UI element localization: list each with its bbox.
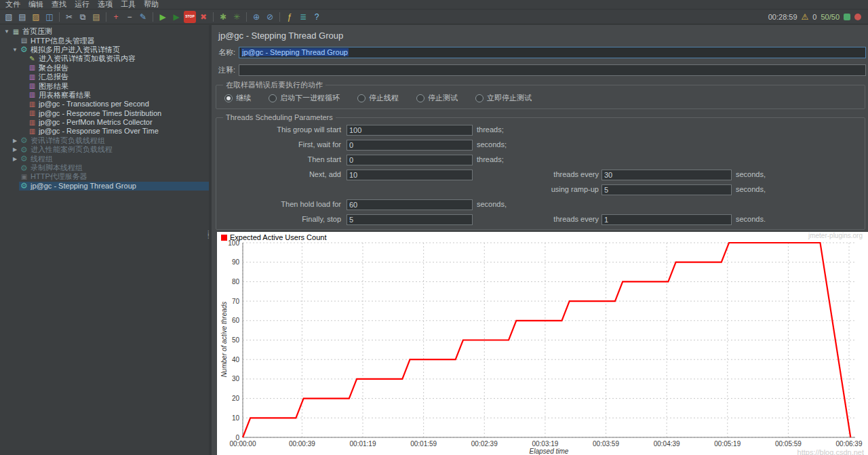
menu-item-6[interactable]: 帮助 [140, 0, 163, 9]
menu-item-4[interactable]: 选项 [94, 0, 117, 9]
input-then-start[interactable] [347, 155, 473, 165]
shutdown-icon[interactable]: ✖ [197, 11, 210, 23]
error-action-option-3[interactable]: 停止测试 [416, 93, 458, 103]
thread-count: 50/50 [821, 13, 840, 21]
start-icon[interactable]: ▶ [157, 11, 169, 23]
tree-expanded-arrow-icon[interactable]: ▼ [11, 47, 19, 53]
sched-label: Next, add [222, 170, 344, 178]
sched-unit: threads; [473, 125, 545, 134]
radio-label: 立即停止测试 [487, 93, 532, 103]
error-action-option-2[interactable]: 停止线程 [357, 93, 399, 103]
divider-grip-icon[interactable]: ⁞⁞ [208, 232, 210, 239]
tree-item-label: HTTP信息头管理器 [31, 37, 95, 45]
sched-unit: seconds, [473, 200, 545, 208]
input-finally-stop[interactable] [347, 214, 473, 225]
input-first-wait-for[interactable] [347, 140, 473, 151]
radio-icon[interactable] [269, 94, 277, 102]
test-plan-tree: ▼首页压测HTTP信息头管理器▼模拟多用户进入资讯详情页进入资讯详情页加载资讯内… [0, 25, 209, 455]
jmeter-window: 文件编辑查找运行选项工具帮助 ▧▤▨◫✂⧉▤+−✎▶▶STOP✖✱✳⊕⊘ƒ≣? … [0, 0, 868, 455]
tree-item-label: 模拟多用户进入资讯详情页 [31, 45, 120, 54]
tree-item[interactable]: ▼首页压测 [0, 27, 209, 36]
tree-item[interactable]: HTTP信息头管理器 [0, 36, 209, 45]
menu-item-2[interactable]: 查找 [47, 0, 71, 9]
menubar: 文件编辑查找运行选项工具帮助 [0, 0, 868, 9]
tree-item[interactable]: 汇总报告 [0, 73, 209, 81]
open-file-icon[interactable]: ▨ [30, 11, 42, 23]
collapse-all-icon[interactable]: − [123, 11, 136, 23]
error-action-option-4[interactable]: 立即停止测试 [475, 93, 532, 103]
toolbar-separator [106, 12, 106, 22]
sched-label: Finally, stop [222, 215, 344, 223]
input-using-ramp-up[interactable] [601, 184, 732, 195]
tree-item[interactable]: HTTP代理服务器 [0, 172, 209, 181]
tree-item[interactable]: jp@gc - Response Times Over Time [0, 127, 209, 136]
warning-count: 0 [812, 13, 816, 21]
menu-item-1[interactable]: 编辑 [24, 0, 47, 9]
radio-icon[interactable] [416, 94, 425, 102]
input-next-add[interactable] [347, 170, 473, 180]
comment-input[interactable] [239, 64, 866, 76]
stop-icon[interactable]: STOP [184, 11, 196, 23]
svg-text:70: 70 [232, 298, 240, 305]
radio-icon[interactable] [475, 94, 484, 102]
function-helper-icon[interactable]: ƒ [283, 11, 296, 23]
tree-collapsed-arrow-icon[interactable]: ▶ [11, 146, 19, 153]
tree-item[interactable]: 图形结果 [0, 81, 209, 90]
search-reset-icon[interactable]: ⊘ [264, 11, 276, 23]
new-file-icon[interactable]: ▧ [3, 11, 15, 23]
tree-collapsed-arrow-icon[interactable]: ▶ [11, 156, 19, 162]
tree-item[interactable]: 进入资讯详情页加载资讯内容 [0, 54, 209, 63]
tree-item[interactable]: jp@gc - PerfMon Metrics Collector [0, 118, 209, 127]
paste-icon[interactable]: ▤ [90, 11, 102, 23]
tree-item[interactable]: ▶线程组 [0, 154, 209, 163]
tree-item[interactable]: jp@gc - Stepping Thread Group [0, 182, 209, 191]
error-action-option-0[interactable]: 继续 [224, 93, 251, 103]
clear-icon[interactable]: ✱ [217, 11, 229, 23]
template-icon[interactable]: ▤ [16, 11, 28, 23]
tree-item[interactable]: ▶资讯详情页负载线程组 [0, 136, 209, 145]
menu-item-5[interactable]: 工具 [117, 0, 140, 9]
name-input[interactable]: jp@gc - Stepping Thread Group [239, 47, 866, 58]
tree-expanded-arrow-icon[interactable]: ▼ [3, 28, 11, 35]
svg-text:50: 50 [232, 336, 240, 344]
input-then-hold-load-for[interactable] [347, 199, 473, 210]
tree-item-label: HTTP代理服务器 [31, 172, 87, 181]
tree-item[interactable]: ▶进入性能案例页负载线程 [0, 145, 209, 154]
radio-icon[interactable] [357, 94, 366, 102]
name-row: 名称: jp@gc - Stepping Thread Group [218, 46, 866, 58]
view-list-icon[interactable]: ≣ [297, 11, 309, 23]
cut-icon[interactable]: ✂ [63, 11, 75, 23]
toolbar-separator [279, 12, 280, 22]
input-this-group-will-start[interactable] [347, 125, 473, 136]
radio-selected-icon[interactable] [224, 94, 233, 102]
menu-item-3[interactable]: 运行 [71, 0, 94, 9]
radio-label: 启动下一进程循环 [280, 93, 340, 103]
help-icon[interactable]: ? [311, 11, 323, 23]
input-threads-every[interactable] [601, 214, 732, 225]
save-icon[interactable]: ◫ [43, 11, 56, 23]
svg-text:00:01:59: 00:01:59 [410, 440, 437, 448]
svg-text:00:00:00: 00:00:00 [230, 440, 256, 448]
tree-item[interactable]: jp@gc - Response Times Distribution [0, 109, 209, 118]
warning-icon[interactable]: ⚠ [802, 13, 809, 21]
copy-icon[interactable]: ⧉ [77, 11, 89, 23]
tree-item[interactable]: jp@gc - Transactions per Second [0, 100, 209, 108]
input-threads-every[interactable] [601, 170, 732, 180]
tree-collapsed-arrow-icon[interactable]: ▶ [11, 138, 19, 144]
start-no-timers-icon[interactable]: ▶ [170, 11, 182, 23]
clear-all-icon[interactable]: ✳ [231, 11, 243, 23]
tree-item[interactable]: 用表格察看结果 [0, 91, 209, 100]
error-action-option-1[interactable]: 启动下一进程循环 [269, 93, 340, 103]
content-area: ▼首页压测HTTP信息头管理器▼模拟多用户进入资讯详情页进入资讯详情页加载资讯内… [0, 25, 868, 455]
expand-all-icon[interactable]: + [110, 11, 122, 23]
tree-item[interactable]: 录制脚本线程组 [0, 163, 209, 172]
menu-item-0[interactable]: 文件 [1, 0, 24, 9]
page-title: jp@gc - Stepping Thread Group [212, 25, 868, 41]
tree-item[interactable]: ▼模拟多用户进入资讯详情页 [0, 45, 209, 54]
toggle-icon[interactable]: ✎ [137, 11, 149, 23]
config-panel: jp@gc - Stepping Thread Group 名称: jp@gc … [212, 25, 868, 455]
search-icon[interactable]: ⊕ [250, 11, 262, 23]
sched-row: using ramp-upseconds, [222, 182, 859, 197]
tree-item[interactable]: 聚合报告 [0, 64, 209, 73]
sched-row: Then hold load forseconds, [222, 197, 859, 212]
